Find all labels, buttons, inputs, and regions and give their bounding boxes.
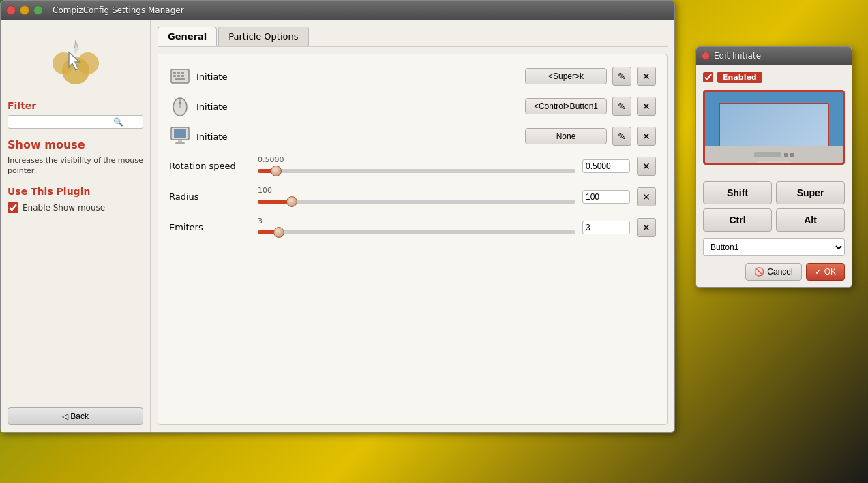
- edit-ok-button[interactable]: ✓ OK: [806, 263, 845, 281]
- initiate-key-btn-2[interactable]: <Control>Button1: [525, 98, 607, 114]
- edit-enabled-badge: Enabled: [717, 72, 762, 83]
- rotation-speed-slider-track[interactable]: [258, 166, 575, 176]
- content-area: General Particle Options: [151, 20, 674, 432]
- edit-preview-screen: [703, 90, 845, 165]
- tab-general[interactable]: General: [158, 27, 217, 46]
- initiate-edit-btn-1[interactable]: ✎: [612, 67, 631, 86]
- enable-checkbox[interactable]: [8, 202, 18, 213]
- svg-point-2: [77, 52, 99, 74]
- svg-rect-18: [174, 129, 186, 138]
- super-modifier-btn[interactable]: Super: [776, 181, 845, 204]
- svg-rect-8: [177, 72, 180, 74]
- search-icon: 🔍: [113, 117, 123, 127]
- edit-dialog-title: Edit Initiate: [714, 51, 761, 61]
- initiate-reset-btn-2[interactable]: ✕: [637, 97, 656, 116]
- edit-initiate-dialog: Edit Initiate Enabled Shift Super Ctrl A…: [695, 46, 852, 288]
- button-select[interactable]: Button1 Button2 Button3: [703, 238, 845, 256]
- main-window: CompizConfig Settings Manager Filter 🔍: [0, 0, 675, 433]
- emiters-label: Emiters: [169, 222, 251, 232]
- plugin-name: Show mouse: [8, 138, 143, 151]
- emiters-slider-track[interactable]: [258, 227, 575, 238]
- svg-rect-9: [181, 72, 184, 74]
- initiate-label-1: Initiate: [196, 72, 237, 82]
- ok-icon: ✓: [815, 267, 822, 277]
- initiate-row-3: Initiate None ✎ ✕: [169, 125, 656, 147]
- window-title: CompizConfig Settings Manager: [53, 5, 184, 15]
- initiate-row-2: Initiate <Control>Button1 ✎ ✕: [169, 95, 656, 117]
- use-plugin-label: Use This Plugin: [8, 186, 143, 197]
- svg-rect-7: [173, 72, 176, 74]
- initiate-label-2: Initiate: [196, 102, 237, 112]
- initiate-reset-btn-3[interactable]: ✕: [637, 127, 656, 146]
- edit-body: Enabled Shift Super Ctrl Alt Button1 But…: [696, 65, 852, 287]
- svg-rect-13: [175, 78, 185, 80]
- radius-value-above: 100: [258, 186, 575, 195]
- svg-marker-3: [74, 40, 78, 50]
- svg-rect-10: [173, 75, 176, 77]
- emiters-input[interactable]: [582, 221, 630, 234]
- tab-particle-options[interactable]: Particle Options: [218, 27, 308, 46]
- initiate-edit-btn-3[interactable]: ✎: [612, 127, 631, 146]
- minimize-button[interactable]: [20, 5, 29, 15]
- radius-slider-track[interactable]: [258, 196, 575, 207]
- cancel-label: Cancel: [767, 267, 792, 277]
- emiters-section: Emiters 3 ✕: [169, 217, 656, 238]
- monitor-icon: [169, 125, 191, 147]
- edit-action-buttons: 🚫 Cancel ✓ OK: [703, 263, 845, 281]
- modifier-grid: Shift Super Ctrl Alt: [703, 181, 845, 232]
- edit-preview-inner: [719, 103, 829, 153]
- maximize-button[interactable]: [33, 5, 43, 15]
- shift-modifier-btn[interactable]: Shift: [703, 181, 772, 204]
- initiate-key-btn-1[interactable]: <Super>k: [525, 68, 607, 84]
- cancel-icon: 🚫: [754, 267, 764, 277]
- edit-cancel-button[interactable]: 🚫 Cancel: [745, 263, 801, 281]
- svg-rect-19: [178, 140, 182, 142]
- back-button[interactable]: ◁ Back: [8, 407, 143, 425]
- ok-label: OK: [824, 267, 836, 277]
- tab-bar: General Particle Options: [158, 27, 668, 47]
- rotation-speed-label: Rotation speed: [169, 161, 251, 171]
- radius-section: Radius 100 ✕: [169, 186, 656, 207]
- initiate-row-1: Initiate <Super>k ✎ ✕: [169, 65, 656, 87]
- edit-select-row: Button1 Button2 Button3: [703, 238, 845, 256]
- search-input[interactable]: [11, 117, 113, 127]
- edit-title-bar: Edit Initiate: [696, 47, 852, 65]
- enable-plugin-row: Enable Show mouse: [8, 202, 143, 213]
- enable-label: Enable Show mouse: [23, 203, 105, 213]
- initiate-label-3: Initiate: [196, 131, 237, 142]
- title-bar: CompizConfig Settings Manager: [1, 1, 674, 20]
- svg-rect-11: [177, 75, 180, 77]
- radius-reset[interactable]: ✕: [637, 187, 656, 206]
- rotation-speed-section: Rotation speed 0.5000 ✕: [169, 155, 656, 176]
- radius-input[interactable]: [582, 190, 630, 204]
- plugin-description: Increases the visibility of the mouse po…: [8, 155, 143, 176]
- filter-label: Filter: [8, 100, 143, 111]
- search-box[interactable]: 🔍: [8, 115, 143, 129]
- emiters-value-above: 3: [258, 217, 575, 225]
- initiate-edit-btn-2[interactable]: ✎: [612, 97, 631, 116]
- emiters-reset[interactable]: ✕: [637, 218, 656, 237]
- keyboard-icon: [169, 65, 191, 87]
- svg-point-16: [179, 102, 181, 104]
- svg-rect-20: [175, 142, 185, 144]
- svg-marker-4: [74, 48, 78, 54]
- ctrl-modifier-btn[interactable]: Ctrl: [703, 208, 772, 232]
- initiate-key-btn-3[interactable]: None: [525, 128, 607, 144]
- edit-close-button[interactable]: [702, 52, 710, 60]
- mouse-icon: [169, 95, 191, 117]
- settings-panel: Initiate <Super>k ✎ ✕ Initiate: [158, 54, 668, 425]
- alt-modifier-btn[interactable]: Alt: [776, 208, 845, 232]
- radius-label: Radius: [169, 191, 251, 202]
- rotation-speed-value-above: 0.5000: [258, 155, 575, 164]
- close-button[interactable]: [6, 5, 16, 15]
- rotation-speed-reset[interactable]: ✕: [637, 157, 656, 176]
- edit-enabled-checkbox[interactable]: [703, 72, 713, 82]
- svg-rect-12: [181, 75, 184, 77]
- logo: [8, 27, 143, 100]
- edit-enabled-row: Enabled: [703, 72, 845, 83]
- sidebar: Filter 🔍 Show mouse Increases the visibi…: [1, 20, 151, 432]
- initiate-reset-btn-1[interactable]: ✕: [637, 67, 656, 86]
- rotation-speed-input[interactable]: [582, 159, 630, 173]
